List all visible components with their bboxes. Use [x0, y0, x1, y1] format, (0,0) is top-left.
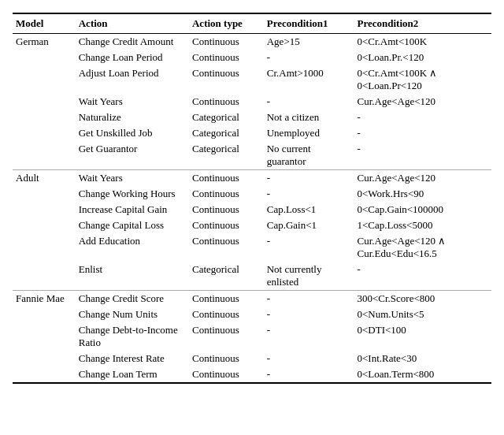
cell-pre1: - [264, 322, 354, 351]
cell-model [13, 262, 76, 291]
cell-action: Get Unskilled Job [76, 125, 189, 141]
table-row: NaturalizeCategoricalNot a citizen- [13, 110, 491, 125]
cell-model [13, 307, 76, 322]
cell-action: Naturalize [76, 110, 189, 125]
table-row: Change Debt-to-Income RatioContinuous-0<… [13, 322, 491, 351]
header-action: Action [76, 13, 189, 34]
cell-pre2: Cur.Age<Age<120 [354, 94, 491, 110]
cell-action: Increase Capital Gain [76, 202, 189, 217]
header-model: Model [13, 13, 76, 34]
cell-type: Categorical [189, 125, 264, 141]
table-row: Change Capital LossContinuousCap.Gain<11… [13, 217, 491, 233]
table-row: Change Num UnitsContinuous-0<Num.Units<5 [13, 307, 491, 322]
cell-pre1: No current guarantor [264, 141, 354, 170]
table-row: Fannie MaeChange Credit ScoreContinuous-… [13, 291, 491, 307]
cell-action: Adjust Loan Period [76, 65, 189, 94]
cell-type: Continuous [189, 291, 264, 307]
table-row: EnlistCategoricalNot currently enlisted- [13, 262, 491, 291]
cell-action: Change Credit Amount [76, 34, 189, 50]
header-type: Action type [189, 13, 264, 34]
cell-pre1: - [264, 307, 354, 322]
cell-action: Change Debt-to-Income Ratio [76, 322, 189, 351]
cell-action: Change Loan Term [76, 366, 189, 383]
cell-pre1: Cap.Loss<1 [264, 202, 354, 217]
cell-type: Continuous [189, 94, 264, 110]
cell-model [13, 65, 76, 94]
cell-model [13, 50, 76, 65]
cell-type: Continuous [189, 307, 264, 322]
cell-type: Continuous [189, 170, 264, 187]
cell-pre2: 0<Loan.Term<800 [354, 366, 491, 383]
header-pre1: Precondition1 [264, 13, 354, 34]
table-row: Get GuarantorCategoricalNo current guara… [13, 141, 491, 170]
cell-model [13, 366, 76, 383]
cell-pre1: - [264, 366, 354, 383]
table-row: Change Interest RateContinuous-0<Int.Rat… [13, 351, 491, 366]
cell-pre1: Not currently enlisted [264, 262, 354, 291]
cell-type: Continuous [189, 351, 264, 366]
cell-action: Change Num Units [76, 307, 189, 322]
table-row: AdultWait YearsContinuous-Cur.Age<Age<12… [13, 170, 491, 187]
cell-pre2: 0<Work.Hrs<90 [354, 186, 491, 202]
cell-action: Change Loan Period [76, 50, 189, 65]
cell-pre2: 0<Cr.Amt<100K ∧ 0<Loan.Pr<120 [354, 65, 491, 94]
table-row: Adjust Loan PeriodContinuousCr.Amt>10000… [13, 65, 491, 94]
cell-pre2: 0<Cr.Amt<100K [354, 34, 491, 50]
cell-type: Continuous [189, 217, 264, 233]
cell-model [13, 125, 76, 141]
cell-pre1: - [264, 351, 354, 366]
cell-model [13, 217, 76, 233]
cell-pre2: Cur.Age<Age<120 [354, 170, 491, 187]
cell-type: Continuous [189, 50, 264, 65]
cell-type: Continuous [189, 233, 264, 262]
cell-model [13, 202, 76, 217]
cell-model: Fannie Mae [13, 291, 76, 307]
cell-pre1: Not a citizen [264, 110, 354, 125]
cell-pre2: - [354, 110, 491, 125]
cell-model [13, 233, 76, 262]
cell-pre1: - [264, 170, 354, 187]
cell-pre2: - [354, 125, 491, 141]
cell-action: Wait Years [76, 170, 189, 187]
cell-type: Continuous [189, 322, 264, 351]
cell-action: Enlist [76, 262, 189, 291]
cell-action: Change Credit Score [76, 291, 189, 307]
cell-type: Continuous [189, 65, 264, 94]
cell-model: Adult [13, 170, 76, 187]
cell-model [13, 351, 76, 366]
table-row: Change Loan PeriodContinuous-0<Loan.Pr.<… [13, 50, 491, 65]
cell-pre1: - [264, 186, 354, 202]
cell-pre1: Cap.Gain<1 [264, 217, 354, 233]
cell-pre1: Age>15 [264, 34, 354, 50]
cell-action: Add Education [76, 233, 189, 262]
cell-type: Continuous [189, 202, 264, 217]
cell-pre2: 0<Int.Rate<30 [354, 351, 491, 366]
cell-pre2: 0<Loan.Pr.<120 [354, 50, 491, 65]
cell-type: Continuous [189, 186, 264, 202]
cell-pre1: - [264, 233, 354, 262]
table-row: Change Loan TermContinuous-0<Loan.Term<8… [13, 366, 491, 383]
cell-pre2: Cur.Age<Age<120 ∧ Cur.Edu<Edu<16.5 [354, 233, 491, 262]
cell-pre2: - [354, 141, 491, 170]
cell-action: Get Guarantor [76, 141, 189, 170]
cell-action: Change Capital Loss [76, 217, 189, 233]
cell-pre2: - [354, 262, 491, 291]
cell-pre2: 0<Num.Units<5 [354, 307, 491, 322]
table-row: GermanChange Credit AmountContinuousAge>… [13, 34, 491, 50]
cell-model: German [13, 34, 76, 50]
cell-pre2: 1<Cap.Loss<5000 [354, 217, 491, 233]
cell-type: Categorical [189, 110, 264, 125]
cell-pre1: - [264, 50, 354, 65]
cell-model [13, 141, 76, 170]
cell-pre1: Unemployed [264, 125, 354, 141]
cell-type: Continuous [189, 34, 264, 50]
cell-model [13, 322, 76, 351]
cell-type: Continuous [189, 366, 264, 383]
cell-type: Categorical [189, 262, 264, 291]
cell-pre2: 0<Cap.Gain<100000 [354, 202, 491, 217]
cell-action: Change Working Hours [76, 186, 189, 202]
table-row: Wait YearsContinuous-Cur.Age<Age<120 [13, 94, 491, 110]
cell-pre2: 300<Cr.Score<800 [354, 291, 491, 307]
cell-model [13, 94, 76, 110]
table-row: Get Unskilled JobCategoricalUnemployed- [13, 125, 491, 141]
